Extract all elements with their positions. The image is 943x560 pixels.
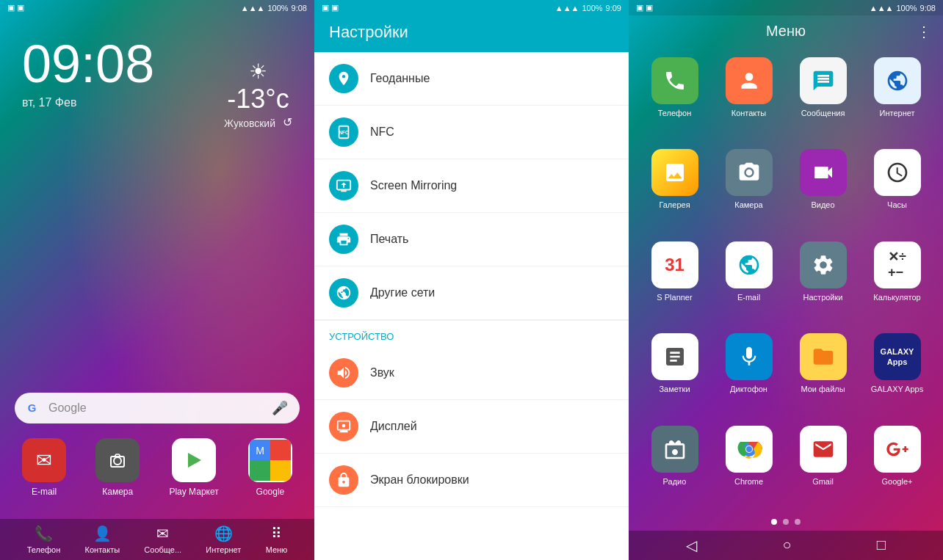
apps-menu-dots[interactable]: ⋮ [917, 23, 931, 40]
nav-messages[interactable]: ✉ Сообще... [144, 525, 181, 554]
recorder-svg [737, 345, 761, 368]
notes-svg [663, 345, 687, 368]
grid-app-camera[interactable]: Камера [718, 149, 780, 229]
grid-app-messages[interactable]: Сообщения [792, 57, 854, 137]
google-app-label: Google [256, 487, 285, 497]
files-svg [812, 345, 835, 368]
grid-app-phone[interactable]: Телефон [643, 57, 706, 137]
settings-item-print[interactable]: Печать [314, 213, 629, 266]
settings-item-screen-mirroring[interactable]: Screen Mirroring [314, 159, 629, 213]
apps-status-left: ▣ ▣ [636, 3, 653, 12]
grid-app-chrome[interactable]: Chrome [718, 426, 780, 506]
svg-text:G: G [28, 401, 37, 414]
microphone-icon[interactable]: 🎤 [272, 400, 288, 416]
lock-date: вт, 17 Фев [22, 96, 76, 109]
settings-item-display[interactable]: Дисплей [314, 400, 629, 454]
gmail-app-label: Gmail [812, 477, 834, 486]
calc-app-label: Калькулятор [873, 293, 920, 302]
grid-app-video[interactable]: Видео [792, 149, 854, 229]
grid-app-calc[interactable]: ✕÷+− Калькулятор [866, 241, 928, 321]
grid-app-contacts[interactable]: Контакты [718, 57, 780, 137]
apps-nav-home[interactable]: ○ [782, 537, 791, 554]
googleplus-app-label: Google+ [882, 477, 913, 486]
settings-item-geodata[interactable]: Геоданные [314, 52, 629, 106]
settings-item-lockscreen[interactable]: Экран блокировки [314, 454, 629, 507]
grid-app-internet[interactable]: Интернет [866, 57, 928, 137]
grid-app-splanner[interactable]: 31 S Planner [643, 241, 706, 321]
nav-menu-label: Меню [266, 545, 288, 554]
grid-app-email[interactable]: E-mail [718, 241, 780, 321]
page-indicators [629, 513, 943, 531]
sound-svg [336, 365, 352, 381]
apps-status-right: ▲▲▲ 100% 9:08 [870, 4, 936, 12]
lock-app-camera[interactable]: Камера [95, 438, 140, 497]
lock-app-google[interactable]: M Google [248, 438, 292, 497]
signal-icon: ▲▲▲ [241, 4, 265, 12]
nav-phone-label: Телефон [27, 545, 61, 554]
nav-phone[interactable]: 📞 Телефон [27, 525, 61, 554]
menu-nav-icon: ⠿ [271, 525, 282, 542]
geodata-label: Геоданные [370, 72, 430, 85]
grid-app-gallery[interactable]: Галерея [643, 149, 706, 229]
phone-icon [651, 57, 698, 104]
nav-contacts[interactable]: 👤 Контакты [85, 525, 120, 554]
radio-icon [651, 426, 698, 473]
nav-menu[interactable]: ⠿ Меню [266, 525, 288, 554]
internet-svg [886, 69, 909, 92]
grid-app-clock[interactable]: Часы [866, 149, 928, 229]
messages-svg [812, 69, 835, 92]
settings-signal-icon: ▲▲▲ [555, 4, 579, 12]
grid-app-settings[interactable]: Настройки [792, 241, 854, 321]
messages-nav-icon: ✉ [156, 525, 169, 542]
page-dot-3[interactable] [795, 519, 801, 525]
grid-app-radio[interactable]: Радио [643, 426, 706, 506]
svg-point-14 [342, 424, 346, 428]
notes-app-label: Заметки [659, 385, 690, 393]
page-dot-1[interactable] [771, 519, 777, 525]
apps-battery: 100% [896, 4, 917, 12]
maps-svg: M [250, 440, 291, 481]
grid-app-recorder[interactable]: Диктофон [718, 333, 780, 413]
grid-app-googleplus[interactable]: Google+ [866, 426, 928, 506]
settings-item-other-networks[interactable]: Другие сети [314, 266, 629, 320]
nav-internet[interactable]: 🌐 Интернет [206, 525, 241, 554]
apps-nav-back[interactable]: ◁ [686, 537, 697, 554]
nav-internet-label: Интернет [206, 545, 241, 554]
grid-app-gmail[interactable]: Gmail [792, 426, 854, 506]
screen-mirroring-label: Screen Mirroring [370, 179, 457, 192]
print-svg [336, 231, 352, 247]
gallery-app-label: Галерея [659, 200, 690, 209]
lock-app-playstore[interactable]: Play Маркет [169, 438, 218, 497]
nav-contacts-label: Контакты [85, 545, 120, 554]
lock-screen-panel: ▣ ▣ ▲▲▲ 100% 9:08 09:08 вт, 17 Фев ☀ -13… [0, 0, 314, 560]
svg-rect-12 [341, 190, 346, 192]
nfc-icon: NFC [329, 117, 358, 147]
radio-app-label: Радио [663, 477, 687, 486]
settings-item-sound[interactable]: Звук [314, 346, 629, 400]
apps-time: 9:08 [920, 4, 936, 12]
grid-app-files[interactable]: Мои файлы [792, 333, 854, 413]
google-search-bar[interactable]: G Google 🎤 [15, 393, 300, 423]
splanner-icon: 31 [651, 241, 698, 288]
phone-app-label: Телефон [658, 109, 692, 117]
page-dot-2[interactable] [783, 519, 789, 525]
print-icon [329, 225, 358, 254]
video-icon [800, 149, 847, 196]
settings-item-nfc[interactable]: NFC NFC [314, 106, 629, 159]
screen-mirroring-icon [329, 171, 358, 200]
video-app-label: Видео [811, 200, 834, 209]
lock-clock: 09:08 [22, 37, 154, 90]
grid-app-galaxy[interactable]: GALAXYApps GALAXY Apps [866, 333, 928, 413]
playstore-app-icon [172, 438, 216, 482]
grid-app-notes[interactable]: Заметки [643, 333, 706, 413]
radio-svg [663, 437, 687, 461]
display-label: Дисплей [370, 420, 417, 433]
video-svg [812, 161, 835, 184]
apps-nav-recent[interactable]: □ [877, 537, 886, 554]
mirroring-svg [336, 178, 352, 194]
networks-svg [336, 285, 352, 301]
sound-label: Звук [370, 366, 394, 379]
lock-app-email[interactable]: ✉ E-mail [22, 438, 66, 497]
refresh-icon[interactable]: ↺ [283, 115, 292, 129]
chrome-icon [726, 426, 773, 473]
